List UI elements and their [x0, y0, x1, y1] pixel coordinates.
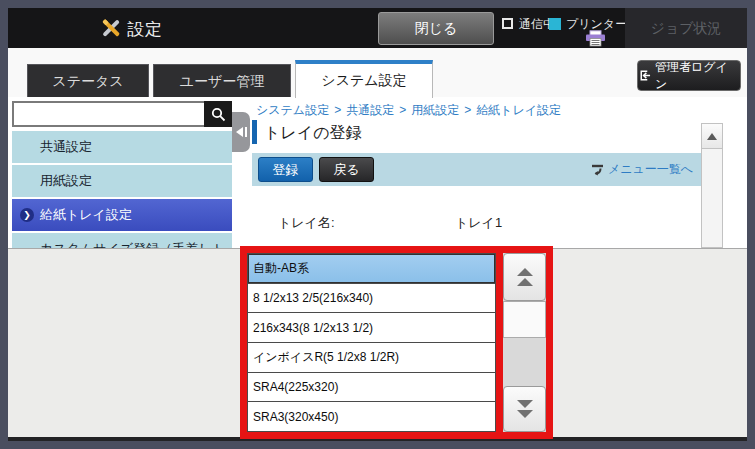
- action-button-bar: 登録 戻る メニュー一覧へ: [252, 153, 701, 186]
- breadcrumb-separator: >: [399, 103, 406, 117]
- settings-tools-icon: [100, 17, 122, 39]
- menu-list-link[interactable]: メニュー一覧へ: [591, 161, 693, 178]
- login-arrow-icon: [638, 69, 651, 82]
- content-scrollbar[interactable]: [701, 123, 723, 248]
- chevron-right-icon: ❯: [20, 208, 34, 222]
- job-status-button[interactable]: ジョブ状況: [625, 8, 747, 48]
- sidebar-item-label: 給紙トレイ設定: [40, 207, 132, 222]
- admin-login-label: 管理者ログイン: [655, 59, 740, 93]
- list-scroll-up-button[interactable]: [503, 253, 546, 301]
- list-scroll-down-button[interactable]: [503, 386, 546, 432]
- title-bar: 設定 閉じる 通信中 プリンター ジョブ状況: [8, 8, 747, 48]
- printer-icon[interactable]: [584, 30, 608, 47]
- search-input[interactable]: [12, 101, 204, 127]
- up-arrow-icon: [707, 133, 717, 140]
- menu-return-icon: [591, 164, 604, 176]
- list-scrollbar-thumb[interactable]: [503, 301, 546, 338]
- close-button[interactable]: 閉じる: [378, 12, 494, 45]
- register-button[interactable]: 登録: [258, 157, 313, 182]
- magnifier-icon: [211, 107, 226, 122]
- sidebar-collapse-button[interactable]: [232, 112, 250, 152]
- collapse-left-icon: [236, 127, 247, 137]
- title-accent-bar: [252, 120, 257, 144]
- annotation-divider: [496, 253, 503, 432]
- sidebar-item-paper-settings[interactable]: 用紙設定: [12, 165, 232, 197]
- paper-size-list: 自動-AB系 8 1/2x13 2/5(216x340) 216x343(8 1…: [247, 253, 496, 432]
- breadcrumb-separator: >: [334, 103, 341, 117]
- list-item-auto-ab[interactable]: 自動-AB系: [248, 254, 495, 284]
- breadcrumb-separator: >: [464, 103, 471, 117]
- printer-status-swatch: [549, 18, 561, 30]
- double-up-arrow-icon: [517, 268, 533, 276]
- list-item[interactable]: 216x343(8 1/2x13 1/2): [248, 313, 495, 343]
- back-button[interactable]: 戻る: [319, 157, 374, 182]
- breadcrumb-item[interactable]: 共通設定: [346, 103, 394, 117]
- scroll-up-button[interactable]: [702, 124, 722, 149]
- annotation-red-box: 自動-AB系 8 1/2x13 2/5(216x340) 216x343(8 1…: [240, 246, 553, 439]
- list-item[interactable]: SRA3(320x450): [248, 402, 495, 431]
- tray-name-label: トレイ名:: [278, 214, 335, 232]
- sidebar-item-common-settings[interactable]: 共通設定: [12, 131, 232, 163]
- search-button[interactable]: [204, 101, 232, 127]
- tray-name-value: トレイ1: [455, 214, 502, 232]
- breadcrumb-item[interactable]: 用紙設定: [411, 103, 459, 117]
- breadcrumb-item[interactable]: システム設定: [256, 103, 329, 117]
- double-down-arrow-icon: [517, 400, 533, 408]
- list-item[interactable]: インボイスR(5 1/2x8 1/2R): [248, 343, 495, 373]
- tab-strip: ステータス ユーザー管理 システム設定 管理者ログイン: [8, 48, 747, 97]
- breadcrumb: システム設定>共通設定>用紙設定>給紙トレイ設定: [256, 102, 561, 119]
- breadcrumb-item[interactable]: 給紙トレイ設定: [476, 103, 561, 117]
- main-content: 共通設定 用紙設定 ❯ 給紙トレイ設定 カスタムサイズ登録（手差しト システム設…: [8, 97, 747, 248]
- list-item[interactable]: SRA4(225x320): [248, 373, 495, 403]
- tab-user-management[interactable]: ユーザー管理: [153, 64, 291, 98]
- tab-status[interactable]: ステータス: [27, 64, 149, 98]
- list-item[interactable]: 8 1/2x13 2/5(216x340): [248, 284, 495, 314]
- communicating-indicator: [502, 18, 513, 29]
- menu-list-label: メニュー一覧へ: [608, 161, 693, 178]
- double-down-arrow-icon: [517, 410, 533, 418]
- double-up-arrow-icon: [517, 278, 533, 286]
- sidebar-item-custom-size[interactable]: カスタムサイズ登録（手差しト: [12, 233, 232, 248]
- admin-login-button[interactable]: 管理者ログイン: [637, 60, 741, 91]
- settings-screen: 設定 閉じる 通信中 プリンター ジョブ状況 ステータス ユーザー管理 システム…: [0, 0, 755, 449]
- tab-system-settings[interactable]: システム設定: [295, 60, 433, 98]
- list-scrollbar: [503, 253, 546, 432]
- sidebar-item-paper-tray-settings[interactable]: ❯ 給紙トレイ設定: [12, 199, 232, 231]
- page-title: トレイの登録: [264, 123, 362, 144]
- app-title: 設定: [127, 18, 163, 41]
